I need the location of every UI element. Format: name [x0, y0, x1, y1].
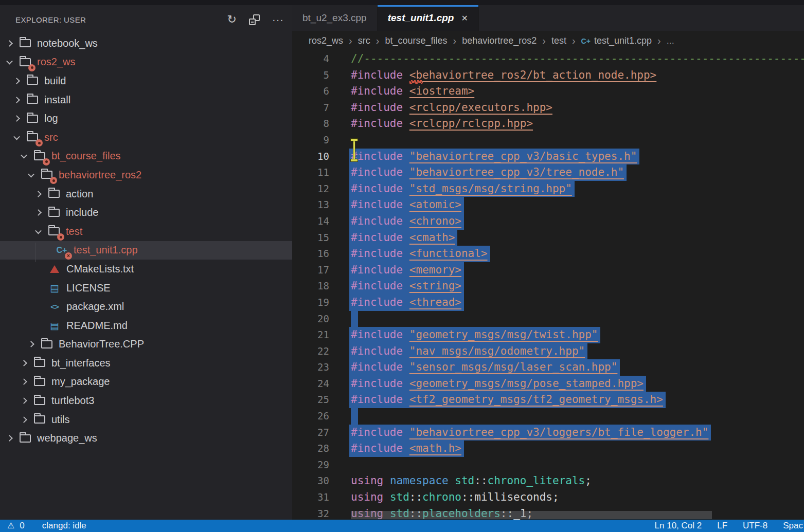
- breadcrumb-item-src[interactable]: src: [358, 35, 370, 46]
- chevron-right-icon[interactable]: [21, 416, 27, 423]
- code-line[interactable]: 21#include "geometry_msgs/msg/twist.hpp": [292, 327, 804, 343]
- code-line[interactable]: 17#include <memory>: [292, 262, 804, 279]
- breadcrumb-item-test[interactable]: test: [551, 35, 566, 46]
- code-line[interactable]: 31using std::chrono::milliseconds;: [292, 489, 804, 506]
- tree-item-src[interactable]: src: [0, 128, 292, 147]
- chevron-right-icon[interactable]: [13, 115, 20, 122]
- breadcrumb-item-...[interactable]: ...: [667, 35, 674, 46]
- tree-item-log[interactable]: log: [0, 109, 292, 128]
- chevron-right-icon[interactable]: [13, 78, 20, 84]
- code-line[interactable]: 15#include <cmath>: [292, 230, 804, 246]
- status-right-group: Ln 10, Col 2 LF UTF-8 Spac: [655, 521, 803, 531]
- code-line[interactable]: 6#include <iostream>: [292, 83, 804, 100]
- code-line[interactable]: 28#include <math.h>: [292, 441, 804, 457]
- tree-item-test_unit1.cpp[interactable]: C+×test_unit1.cpp: [0, 241, 292, 260]
- horizontal-scrollbar[interactable]: [351, 511, 712, 519]
- tree-item-utils[interactable]: utils: [0, 410, 292, 429]
- tree-item-build[interactable]: build: [0, 71, 292, 90]
- tab-test_unit1.cpp[interactable]: test_unit1.cpp✕: [378, 5, 479, 31]
- cursor-position[interactable]: Ln 10, Col 2: [655, 521, 702, 531]
- code-line[interactable]: 12#include "std_msgs/msg/string.hpp": [292, 181, 804, 197]
- tree-item-webpage_ws[interactable]: webpage_ws: [0, 429, 292, 448]
- code-line[interactable]: 20: [292, 311, 804, 327]
- tree-item-bt_interfaces[interactable]: bt_interfaces: [0, 354, 292, 373]
- tree-item-action[interactable]: action: [0, 185, 292, 204]
- tree-item-turtlebot3[interactable]: turtlebot3: [0, 391, 292, 410]
- chevron-right-icon[interactable]: [28, 341, 34, 347]
- tree-item-label: test_unit1.cpp: [74, 244, 138, 256]
- more-actions-icon[interactable]: ···: [272, 17, 284, 22]
- breadcrumb-item-behaviortree_ros2[interactable]: behaviortree_ros2: [462, 35, 537, 46]
- code-line[interactable]: 14#include <chrono>: [292, 213, 804, 230]
- breadcrumb-item-bt_course_files[interactable]: bt_course_files: [385, 35, 447, 46]
- tree-item-CMakeLists.txt[interactable]: CMakeLists.txt: [0, 260, 292, 279]
- chevron-right-icon[interactable]: [13, 97, 20, 103]
- chevron-right-icon[interactable]: [21, 360, 27, 366]
- tree-item-label: action: [66, 188, 93, 200]
- tree-item-notebook_ws[interactable]: notebook_ws: [0, 34, 292, 53]
- tree-item-bt_course_files[interactable]: bt_course_files: [0, 147, 292, 166]
- chevron-right-icon[interactable]: [35, 209, 42, 216]
- indent-indicator[interactable]: Spac: [783, 521, 803, 531]
- code-text: #include <behaviortree_ros2/bt_action_no…: [329, 67, 656, 84]
- tree-item-install[interactable]: install: [0, 90, 292, 109]
- code-line[interactable]: 7#include <rclcpp/executors.hpp>: [292, 100, 804, 116]
- code-text: //--------------------------------------…: [329, 51, 804, 67]
- tree-item-ros2_ws[interactable]: ros2_ws: [0, 53, 292, 72]
- chevron-down-icon[interactable]: [13, 133, 20, 140]
- tree-item-package.xml[interactable]: <>package.xml: [0, 297, 292, 316]
- tree-item-LICENSE[interactable]: ▤LICENSE: [0, 279, 292, 298]
- tree-item-README.md[interactable]: ▤README.md: [0, 316, 292, 335]
- code-line[interactable]: 13#include <atomic>: [292, 197, 804, 213]
- breadcrumb-item-ros2_ws[interactable]: ros2_ws: [309, 35, 343, 46]
- eol-indicator[interactable]: LF: [717, 521, 727, 531]
- code-editor[interactable]: 4//-------------------------------------…: [292, 51, 804, 520]
- selection-highlight: #include "sensor_msgs/msg/laser_scan.hpp…: [349, 359, 620, 376]
- code-line[interactable]: 10#include "behaviortree_cpp_v3/basic_ty…: [292, 149, 804, 165]
- code-line[interactable]: 9: [292, 132, 804, 149]
- chevron-down-icon[interactable]: [35, 227, 42, 234]
- code-line[interactable]: 11#include "behaviortree_cpp_v3/tree_nod…: [292, 164, 804, 181]
- tree-item-include[interactable]: include: [0, 203, 292, 222]
- code-line[interactable]: 24#include <geometry_msgs/msg/pose_stamp…: [292, 376, 804, 392]
- chevron-right-icon[interactable]: [35, 191, 42, 197]
- encoding-indicator[interactable]: UTF-8: [743, 521, 767, 531]
- code-text: #include <math.h>: [329, 441, 464, 457]
- code-line[interactable]: 26: [292, 408, 804, 425]
- code-line[interactable]: 23#include "sensor_msgs/msg/laser_scan.h…: [292, 359, 804, 376]
- code-line[interactable]: 29: [292, 457, 804, 473]
- code-line[interactable]: 30using namespace std::chrono_literals;: [292, 473, 804, 489]
- chevron-down-icon[interactable]: [21, 152, 27, 159]
- breadcrumb-item-test_unit1.cpp[interactable]: C+test_unit1.cpp: [581, 35, 652, 46]
- tree-item-my_package[interactable]: my_package: [0, 373, 292, 392]
- language-server-status[interactable]: clangd: idle: [42, 521, 86, 531]
- tree-item-test[interactable]: test: [0, 222, 292, 241]
- code-line[interactable]: 4//-------------------------------------…: [292, 51, 804, 67]
- code-line[interactable]: 5#include <behaviortree_ros2/bt_action_n…: [292, 67, 804, 84]
- close-tab-icon[interactable]: ✕: [461, 13, 468, 23]
- chevron-right-icon[interactable]: [6, 40, 13, 47]
- chevron-down-icon[interactable]: [6, 58, 13, 65]
- collapse-folders-icon[interactable]: [249, 14, 260, 25]
- code-line[interactable]: 19#include <thread>: [292, 295, 804, 311]
- chevron-right-icon[interactable]: [21, 379, 27, 386]
- code-line[interactable]: 18#include <string>: [292, 278, 804, 295]
- folder-icon: [34, 378, 45, 386]
- chevron-right-icon[interactable]: [6, 435, 13, 442]
- tree-item-behaviortree_ros2[interactable]: behaviortree_ros2: [0, 166, 292, 185]
- code-line[interactable]: 16#include <functional>: [292, 246, 804, 262]
- code-line[interactable]: 8#include <rclcpp/rclcpp.hpp>: [292, 116, 804, 132]
- tree-item-BehaviorTree.CPP[interactable]: BehaviorTree.CPP: [0, 335, 292, 354]
- code-line[interactable]: 27#include "behaviortree_cpp_v3/loggers/…: [292, 425, 804, 441]
- tab-bt_u2_ex3.cpp[interactable]: bt_u2_ex3.cpp: [292, 5, 378, 31]
- code-text: #include <cmath>: [329, 230, 457, 246]
- chevron-down-icon[interactable]: [28, 171, 34, 178]
- code-line[interactable]: 22#include "nav_msgs/msg/odometry.hpp": [292, 343, 804, 360]
- code-line[interactable]: 25#include <tf2_geometry_msgs/tf2_geomet…: [292, 392, 804, 408]
- refresh-explorer-icon[interactable]: ↻: [227, 14, 237, 25]
- line-number: 7: [292, 100, 329, 116]
- problems-indicator[interactable]: ⚠ 0 clangd: idle: [0, 521, 86, 531]
- line-number: 14: [292, 213, 329, 230]
- line-number: 31: [292, 489, 329, 506]
- chevron-right-icon[interactable]: [21, 397, 27, 404]
